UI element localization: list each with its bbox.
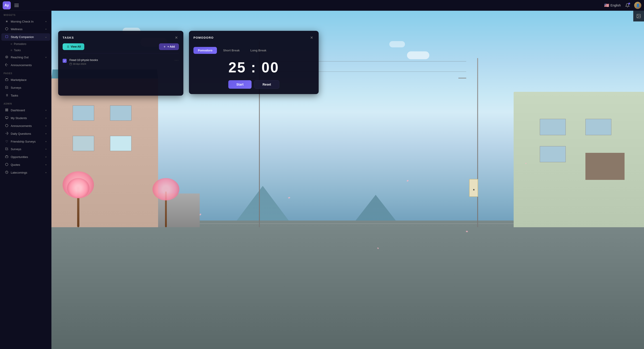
tab-long-break[interactable]: Long Break xyxy=(246,47,271,54)
chevron-icon: ▾ xyxy=(46,125,46,127)
surveys-icon xyxy=(5,86,8,90)
language-label: English xyxy=(610,3,621,7)
pomodoro-panel-close[interactable]: ✕ xyxy=(309,35,314,40)
sidebar-label: Tasks xyxy=(11,94,46,97)
study-companion-icon xyxy=(5,35,8,39)
sidebar-label: Reaching Out xyxy=(11,56,43,59)
sidebar-item-daily-questions[interactable]: Daily Questions ▾ xyxy=(1,130,50,137)
sidebar-item-opportunities[interactable]: Opportunities ▾ xyxy=(1,153,50,161)
sidebar-item-reaching-out[interactable]: Reaching Out ▾ xyxy=(1,54,50,61)
notification-button[interactable] xyxy=(624,2,630,8)
main-layout: WIDGETS ☀ Morning Check In ▾ Wellness ▾ … xyxy=(0,11,644,349)
svg-rect-15 xyxy=(5,117,8,118)
sidebar: WIDGETS ☀ Morning Check In ▾ Wellness ▾ … xyxy=(0,11,52,349)
svg-point-0 xyxy=(5,27,8,30)
sidebar-item-surveys-admin[interactable]: Surveys ▾ xyxy=(1,145,50,153)
sidebar-sub-item-pomodoro[interactable]: Pomodoro xyxy=(1,41,50,47)
sidebar-item-tasks-page[interactable]: Tasks xyxy=(1,92,50,99)
hamburger-menu[interactable] xyxy=(14,3,20,8)
announcements-icon xyxy=(5,63,8,67)
svg-rect-4 xyxy=(5,79,8,81)
svg-rect-14 xyxy=(6,110,6,111)
svg-rect-32 xyxy=(70,63,72,65)
announcements-admin-icon xyxy=(5,124,8,128)
chevron-icon: ▾ xyxy=(46,56,46,58)
chevron-icon: ▾ xyxy=(46,28,46,30)
sidebar-label: Study Companion xyxy=(11,35,43,39)
tasks-page-icon xyxy=(5,94,8,97)
chevron-icon: ▾ xyxy=(46,164,46,166)
sidebar-label: Surveys xyxy=(11,147,43,151)
pomodoro-panel-title: POMODORO xyxy=(194,36,214,39)
sidebar-label: Latecomings xyxy=(11,171,43,174)
quotes-icon xyxy=(5,163,8,167)
list-icon xyxy=(66,45,69,48)
sidebar-label: Opportunities xyxy=(11,155,43,159)
corner-image-icon[interactable] xyxy=(633,11,644,21)
chevron-icon: ▾ xyxy=(46,171,46,174)
pomodoro-timer: 25 : 00 xyxy=(189,54,319,80)
add-task-button[interactable]: + Add xyxy=(159,43,179,50)
task-more-button[interactable]: ··· xyxy=(175,58,179,62)
chevron-icon: ▾ xyxy=(46,156,46,158)
tab-pomodoro[interactable]: Pomodoro xyxy=(194,47,217,54)
sidebar-item-my-students[interactable]: My Students ▾ xyxy=(1,114,50,122)
pomodoro-panel-header: POMODORO ✕ xyxy=(189,31,319,43)
task-checkbox[interactable] xyxy=(62,59,67,63)
chevron-icon: ▾ xyxy=(46,140,46,143)
sidebar-item-surveys[interactable]: Surveys xyxy=(1,84,50,91)
sidebar-item-friendship-surveys[interactable]: ♡ Friendship Surveys ▾ xyxy=(1,138,50,145)
tab-short-break[interactable]: Short Break xyxy=(219,47,244,54)
sidebar-item-morning-check-in[interactable]: ☀ Morning Check In ▾ xyxy=(1,18,50,25)
flag-icon: 🇺🇸 xyxy=(604,3,609,8)
main-content: 子供飛出注 TASKS ✕ View All xyxy=(52,11,644,349)
sidebar-label: Announcements xyxy=(11,124,43,128)
app-logo[interactable]: Ay xyxy=(3,1,11,9)
language-selector[interactable]: 🇺🇸 English xyxy=(604,3,621,8)
widgets-section-label: WIDGETS xyxy=(0,11,52,18)
sidebar-item-latecomings[interactable]: Latecomings ▾ xyxy=(1,169,50,176)
timer-seconds: 00 xyxy=(262,59,279,75)
timer-colon: : xyxy=(251,59,262,75)
topbar-right: 🇺🇸 English 👤 xyxy=(604,2,641,9)
tasks-panel-close[interactable]: ✕ xyxy=(174,35,179,40)
pages-section-label: PAGES xyxy=(0,69,52,76)
pomodoro-actions: Start Reset xyxy=(189,80,319,94)
sidebar-item-announcements-widget[interactable]: Announcements xyxy=(1,61,50,69)
sub-label: Tasks xyxy=(14,49,21,52)
tasks-toolbar: View All + Add xyxy=(58,43,183,53)
admin-section-label: ADMIN xyxy=(0,99,52,106)
sidebar-label: Daily Questions xyxy=(11,132,43,135)
svg-rect-11 xyxy=(6,109,6,110)
pomodoro-tabs: Pomodoro Short Break Long Break xyxy=(189,43,319,54)
sidebar-label: Surveys xyxy=(11,86,46,89)
sidebar-item-study-companion[interactable]: Study Companion ▴ xyxy=(1,33,50,41)
reaching-out-icon xyxy=(5,55,8,59)
sidebar-sub-item-tasks[interactable]: Tasks xyxy=(1,47,50,53)
sun-icon: ☀ xyxy=(5,20,8,23)
my-students-icon xyxy=(5,116,8,120)
svg-rect-19 xyxy=(5,156,8,158)
plus-icon xyxy=(163,45,166,48)
sidebar-item-announcements[interactable]: Announcements ▾ xyxy=(1,122,50,130)
sidebar-label: Dashboard xyxy=(11,109,43,112)
friendship-surveys-icon: ♡ xyxy=(5,140,8,143)
sidebar-label: Friendship Surveys xyxy=(11,140,43,143)
sidebar-item-quotes[interactable]: Quotes ▾ xyxy=(1,161,50,168)
task-name: Read 10 physic books xyxy=(69,58,172,62)
sidebar-item-wellness[interactable]: Wellness ▾ xyxy=(1,25,50,33)
tasks-panel-header: TASKS ✕ xyxy=(58,31,183,43)
user-avatar[interactable]: 👤 xyxy=(634,2,641,9)
sidebar-label: My Students xyxy=(11,116,43,120)
reset-button[interactable]: Reset xyxy=(254,80,279,89)
sidebar-item-dashboard[interactable]: Dashboard ▾ xyxy=(1,107,50,114)
task-content: Read 10 physic books 30 Apr 2024 xyxy=(69,58,172,65)
start-button[interactable]: Start xyxy=(228,80,252,89)
timer-minutes: 25 xyxy=(228,59,246,75)
sidebar-label: Quotes xyxy=(11,163,43,166)
topbar: Ay 🇺🇸 English 👤 xyxy=(0,0,644,11)
sidebar-item-marketplace[interactable]: Marketplace xyxy=(1,76,50,83)
view-all-button[interactable]: View All xyxy=(62,43,84,50)
sidebar-label: Marketplace xyxy=(11,78,46,81)
chevron-icon: ▾ xyxy=(46,148,46,150)
